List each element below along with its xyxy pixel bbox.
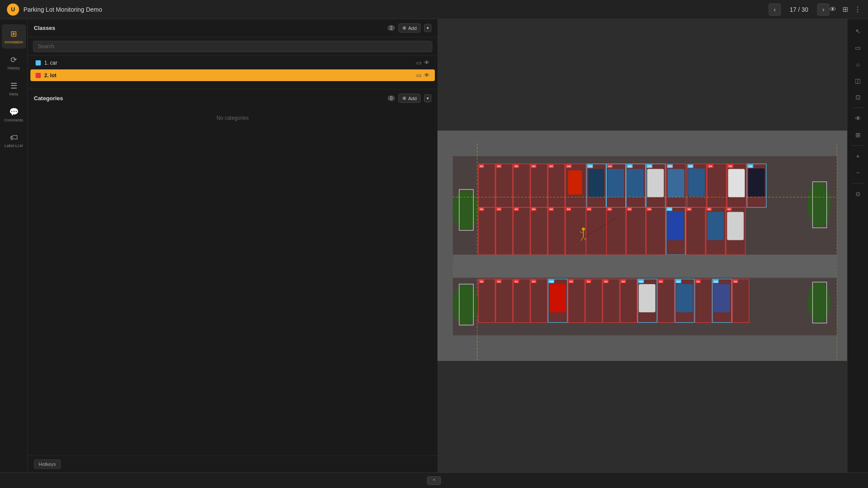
more-options-icon[interactable]: ⋮	[854, 5, 861, 13]
history-icon: ⟳	[10, 55, 17, 65]
classes-add-button[interactable]: ⊕ Add	[398, 23, 421, 33]
sidebar-item-comments[interactable]: 💬 Comments	[2, 102, 26, 127]
categories-title: Categories	[34, 95, 384, 102]
classes-dropdown-button[interactable]: ▾	[424, 24, 431, 32]
hotkeys-button[interactable]: Hotkeys	[34, 459, 61, 469]
svg-text:car: car	[648, 165, 652, 167]
app-title: Parking Lot Monitoring Demo	[23, 6, 769, 13]
svg-rect-19	[548, 164, 565, 207]
svg-text:lot: lot	[707, 208, 710, 210]
tool-separator-2	[852, 145, 864, 146]
svg-rect-143	[603, 279, 619, 322]
tag-tool[interactable]: ⊡	[850, 89, 866, 105]
search-box	[28, 37, 437, 56]
svg-rect-159	[676, 284, 693, 312]
svg-text:car: car	[588, 165, 592, 167]
categories-count: 0	[388, 95, 395, 101]
hotkeys-bar: Hotkeys	[28, 455, 437, 472]
svg-rect-50	[688, 168, 705, 197]
lot-color-swatch	[36, 73, 41, 78]
tool-separator-3	[852, 183, 864, 183]
comments-icon: 💬	[9, 107, 19, 117]
sidebar-item-label-llm[interactable]: 🏷 Label-LLM	[2, 128, 26, 153]
layers-tool[interactable]: ◫	[850, 73, 866, 88]
svg-rect-30	[589, 169, 605, 197]
class-item-lot[interactable]: 2. lot ▭ 👁	[30, 69, 435, 81]
svg-rect-7	[478, 164, 495, 207]
cursor-tool[interactable]: ↖	[850, 23, 866, 39]
classes-title: Classes	[34, 25, 384, 31]
lot-visibility-icon[interactable]: 👁	[424, 72, 430, 79]
settings-tool[interactable]: ⊙	[850, 186, 866, 202]
categories-dropdown-button[interactable]: ▾	[424, 94, 431, 102]
svg-text:lot: lot	[605, 280, 608, 283]
grid-view-icon[interactable]: ⊞	[842, 5, 848, 13]
sidebar-nav: ⊞ Annotation ⟳ History ☰ Meta 💬 Comments…	[0, 19, 28, 472]
preview-icon[interactable]: 👁	[829, 6, 836, 13]
grid-tool[interactable]: ⊞	[850, 127, 866, 143]
svg-rect-108	[707, 212, 723, 240]
classes-count: 2	[388, 25, 395, 31]
svg-text:lot: lot	[497, 165, 500, 167]
svg-rect-130	[531, 279, 547, 322]
svg-text:car: car	[677, 280, 681, 283]
svg-text:lot: lot	[515, 280, 518, 283]
svg-rect-10	[496, 164, 513, 207]
next-frame-button[interactable]: ›	[817, 3, 829, 16]
svg-text:car: car	[714, 280, 718, 283]
svg-point-5	[808, 182, 831, 228]
svg-rect-153	[658, 279, 674, 322]
svg-text:lot: lot	[588, 208, 591, 210]
eye-tool[interactable]: 👁	[850, 111, 866, 126]
svg-rect-57	[728, 169, 745, 197]
svg-point-119	[808, 282, 831, 322]
categories-add-button[interactable]: ⊕ Add	[398, 94, 421, 103]
svg-rect-42	[647, 169, 664, 197]
svg-text:lot: lot	[569, 280, 572, 283]
svg-text:lot: lot	[648, 208, 651, 210]
label-llm-label: Label-LLM	[4, 144, 23, 148]
main-layout: ⊞ Annotation ⟳ History ☰ Meta 💬 Comments…	[0, 19, 868, 472]
canvas-area[interactable]: lot lot lot lot lot car	[437, 19, 847, 472]
label-llm-icon: 🏷	[10, 133, 18, 142]
search-input[interactable]	[33, 41, 432, 52]
svg-text:lot: lot	[727, 208, 730, 210]
svg-text:lot: lot	[480, 165, 483, 167]
history-label: History	[7, 66, 20, 70]
svg-rect-61	[748, 168, 765, 197]
svg-rect-92	[626, 207, 645, 255]
no-categories-text: No categories	[34, 106, 431, 130]
class-list: 1. car ▭ 👁 2. lot ▭ 👁	[28, 56, 437, 82]
car-visibility-icon[interactable]: 👁	[424, 59, 430, 66]
annotation-canvas[interactable]: lot lot lot lot lot car	[437, 19, 847, 472]
class-item-car[interactable]: 1. car ▭ 👁	[30, 57, 435, 69]
svg-text:lot: lot	[480, 280, 483, 283]
search-tool[interactable]: ⌕	[850, 56, 866, 72]
svg-rect-116	[453, 255, 837, 278]
svg-rect-51	[707, 164, 726, 207]
app-logo: U	[7, 3, 19, 16]
sidebar-item-meta[interactable]: ☰ Meta	[2, 76, 26, 101]
svg-text:lot: lot	[659, 280, 662, 283]
frame-counter: 17 / 30	[786, 6, 812, 13]
lot-select-icon[interactable]: ▭	[416, 72, 421, 79]
zoom-out-tool[interactable]: −	[850, 165, 866, 180]
svg-text:lot: lot	[497, 208, 500, 210]
prev-frame-button[interactable]: ‹	[769, 3, 781, 16]
svg-rect-167	[733, 279, 749, 322]
svg-text:car: car	[549, 280, 554, 283]
svg-rect-34	[608, 169, 624, 197]
car-select-icon[interactable]: ▭	[416, 59, 421, 66]
svg-text:lot: lot	[687, 208, 690, 210]
zoom-in-tool[interactable]: +	[850, 148, 866, 164]
svg-text:lot: lot	[628, 208, 631, 210]
rectangle-tool[interactable]: ▭	[850, 40, 866, 56]
svg-text:lot: lot	[549, 165, 552, 167]
lot-actions: ▭ 👁	[416, 72, 430, 79]
svg-rect-112	[727, 212, 743, 240]
svg-rect-71	[531, 207, 547, 255]
sidebar-item-annotation[interactable]: ⊞ Annotation	[2, 24, 26, 49]
collapse-button[interactable]: ^	[427, 476, 441, 485]
car-label: 1. car	[44, 60, 413, 66]
sidebar-item-history[interactable]: ⟳ History	[2, 50, 26, 75]
